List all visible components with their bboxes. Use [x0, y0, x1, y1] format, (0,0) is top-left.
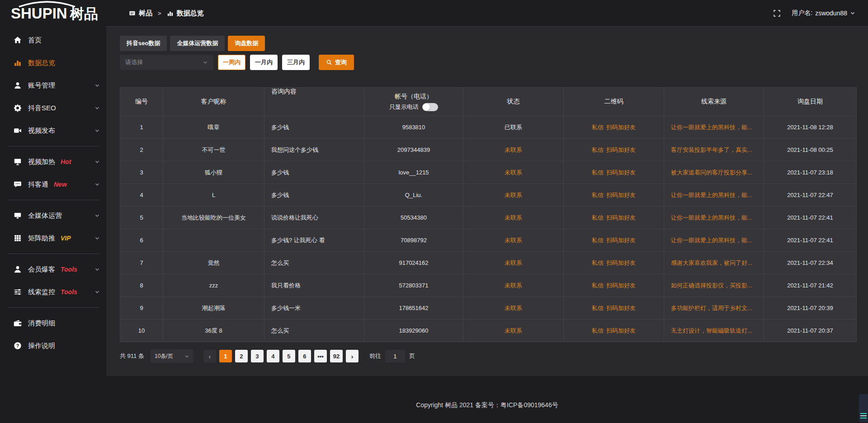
page-size-select[interactable]: 10条/页 — [151, 349, 193, 363]
sidebar-item-consumption-detail[interactable]: 消费明细 — [0, 312, 106, 334]
fullscreen-icon[interactable] — [773, 9, 781, 17]
scan-add-friend-link[interactable]: 扫码加好友 — [606, 123, 636, 132]
range-button-three-months[interactable]: 三月内 — [282, 55, 310, 70]
user-menu[interactable]: 用户名: zswodun88 — [792, 9, 855, 17]
search-icon — [326, 59, 332, 66]
sidebar-item-data-overview[interactable]: 数据总览 — [0, 52, 106, 74]
private-message-link[interactable]: 私信 — [592, 259, 604, 267]
tab-inquiry-data[interactable]: 询盘数据 — [228, 36, 265, 51]
member-icon — [14, 265, 22, 273]
source-link[interactable]: 让你一眼就爱上的黑科技，能... — [671, 236, 752, 244]
source-link[interactable]: 让你一眼就爱上的黑科技，能... — [671, 123, 752, 132]
scan-add-friend-link[interactable]: 扫码加好友 — [606, 304, 636, 312]
sidebar-item-matrix-boost[interactable]: 矩阵助推VIP — [0, 227, 106, 249]
cell-date: 2021-11-07 22:47 — [764, 184, 856, 206]
sidebar-item-label: 操作说明 — [28, 342, 55, 350]
cell-id: 5 — [120, 207, 163, 229]
private-message-link[interactable]: 私信 — [592, 169, 604, 177]
next-page-button[interactable]: › — [346, 350, 359, 362]
cell-content: 多少钱 — [264, 161, 364, 183]
page-button-2[interactable]: 2 — [235, 350, 248, 362]
sidebar-item-video-heat[interactable]: 视频加热Hot — [0, 150, 106, 173]
tab-douyin-seo-data[interactable]: 抖音seo数据 — [120, 36, 167, 51]
scan-add-friend-link[interactable]: 扫码加好友 — [606, 236, 636, 244]
scan-add-friend-link[interactable]: 扫码加好友 — [606, 146, 636, 154]
scan-add-friend-link[interactable]: 扫码加好友 — [606, 214, 636, 222]
scan-add-friend-link[interactable]: 扫码加好友 — [606, 259, 636, 267]
breadcrumb-item-app[interactable]: 树品 — [129, 9, 152, 18]
sidebar-item-douyin-seo[interactable]: 抖音SEO — [0, 97, 106, 119]
private-message-link[interactable]: 私信 — [592, 236, 604, 244]
home-icon — [14, 36, 22, 44]
sidebar-item-label: 抖音SEO — [28, 104, 56, 113]
private-message-link[interactable]: 私信 — [592, 327, 604, 335]
table-row: 4L多少钱Q_Liu.未联系私信扫码加好友让你一眼就爱上的黑科技，能...202… — [120, 183, 856, 206]
chevron-down-icon — [94, 128, 100, 133]
tab-media-operation-data[interactable]: 全媒体运营数据 — [170, 36, 225, 51]
sidebar-item-doukertong[interactable]: 抖客通New — [0, 173, 106, 196]
cell-status: 未联系 — [463, 320, 564, 342]
private-message-link[interactable]: 私信 — [592, 146, 604, 154]
logo[interactable]: SHUPIN树品 — [0, 6, 106, 21]
range-button-one-week[interactable]: 一周内 — [218, 55, 245, 70]
cell-content: 多少钱 — [264, 116, 364, 138]
breadcrumb-item-data-overview[interactable]: 数据总览 — [167, 9, 204, 18]
account-select[interactable]: 请选择 — [120, 55, 213, 70]
sidebar-item-member-baoke[interactable]: 会员爆客Tools — [0, 258, 106, 281]
range-button-one-month[interactable]: 一月内 — [250, 55, 278, 70]
grid-icon — [14, 234, 22, 242]
sidebar-item-operation-guide[interactable]: ?操作说明 — [0, 334, 106, 357]
scan-add-friend-link[interactable]: 扫码加好友 — [606, 169, 636, 177]
scan-add-friend-link[interactable]: 扫码加好友 — [606, 327, 636, 335]
source-link[interactable]: 无主灯设计，智能磁吸轨道灯... — [671, 327, 752, 335]
cell-date: 2021-11-07 20:37 — [764, 320, 856, 342]
cell-source: 被大家追着问的客厅投影分享... — [664, 161, 764, 183]
phone-only-toggle[interactable] — [422, 103, 438, 111]
goto-suffix: 页 — [409, 352, 415, 360]
source-link[interactable]: 被大家追着问的客厅投影分享... — [671, 169, 752, 177]
screen-icon — [14, 158, 22, 166]
source-link[interactable]: 感谢大家喜欢我家，被问了好... — [671, 259, 752, 267]
table-row: 9潮起潮落多少钱一米178651642未联系私信扫码加好友多功能护栏灯，适用于乡… — [120, 296, 856, 319]
cell-id: 2 — [120, 139, 163, 161]
page-button-3[interactable]: 3 — [251, 350, 264, 362]
sidebar-item-video-publish[interactable]: 视频发布 — [0, 119, 106, 142]
chevron-down-icon — [94, 267, 100, 272]
page-button-92[interactable]: 92 — [330, 350, 343, 362]
cell-id: 9 — [120, 297, 163, 319]
sidebar-item-home[interactable]: 首页 — [0, 29, 106, 52]
page-button-5[interactable]: 5 — [283, 350, 295, 362]
source-link[interactable]: 客厅安装投影半年多了，真实... — [671, 146, 752, 154]
corner-widget[interactable] — [859, 394, 868, 422]
cell-content: 我只看价格 — [264, 274, 364, 296]
column-header: 状态 — [463, 88, 564, 116]
private-message-link[interactable]: 私信 — [592, 304, 604, 312]
private-message-link[interactable]: 私信 — [592, 282, 604, 290]
goto-page-input[interactable] — [385, 350, 405, 362]
source-link[interactable]: 多功能护栏灯，适用于乡村文... — [671, 304, 752, 312]
source-link[interactable]: 让你一眼就爱上的黑科技，能... — [671, 191, 752, 199]
private-message-link[interactable]: 私信 — [592, 214, 604, 222]
scan-add-friend-link[interactable]: 扫码加好友 — [606, 191, 636, 199]
column-header: 客户昵称 — [163, 88, 264, 116]
sidebar-item-leads-monitor[interactable]: 线索监控Tools — [0, 281, 106, 303]
page-button-4[interactable]: 4 — [267, 350, 279, 362]
cell-nickname: 潮起潮落 — [163, 297, 264, 319]
sliders-icon — [14, 288, 22, 296]
scan-add-friend-link[interactable]: 扫码加好友 — [606, 282, 636, 290]
search-button[interactable]: 查询 — [319, 55, 354, 70]
source-link[interactable]: 如何正确选择投影仪，买投影... — [671, 282, 752, 290]
prev-page-button[interactable]: ‹ — [203, 350, 216, 362]
sidebar-item-account-management[interactable]: 账号管理 — [0, 74, 106, 97]
breadcrumb-label: 树品 — [139, 9, 152, 18]
chevron-down-icon — [203, 60, 208, 65]
cell-qr: 私信扫码加好友 — [564, 320, 664, 342]
page-button-1[interactable]: 1 — [219, 350, 232, 362]
private-message-link[interactable]: 私信 — [592, 123, 604, 132]
cell-id: 3 — [120, 161, 163, 183]
page-button-6[interactable]: 6 — [298, 350, 311, 362]
page-more-button[interactable]: ••• — [314, 350, 327, 362]
sidebar-item-media-operation[interactable]: 全媒体运营 — [0, 204, 106, 227]
private-message-link[interactable]: 私信 — [592, 191, 604, 199]
source-link[interactable]: 让你一眼就爱上的黑科技，能... — [671, 214, 752, 222]
